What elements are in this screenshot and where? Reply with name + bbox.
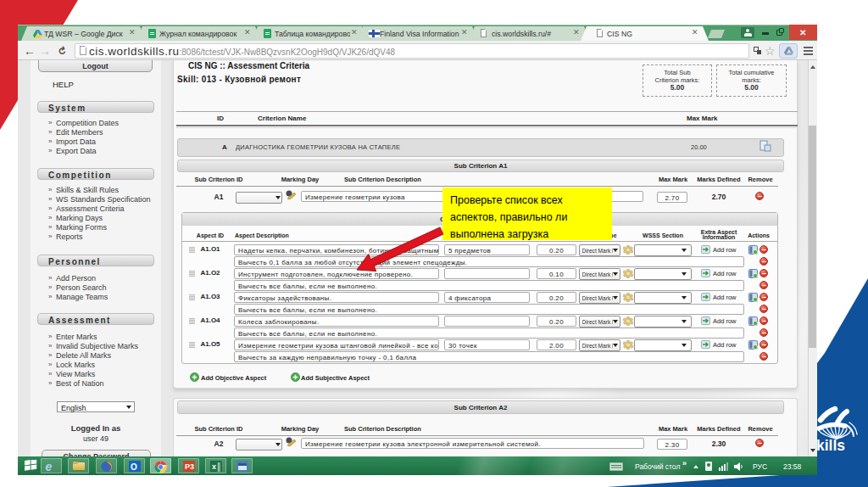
svg-text:kills: kills (816, 437, 845, 453)
